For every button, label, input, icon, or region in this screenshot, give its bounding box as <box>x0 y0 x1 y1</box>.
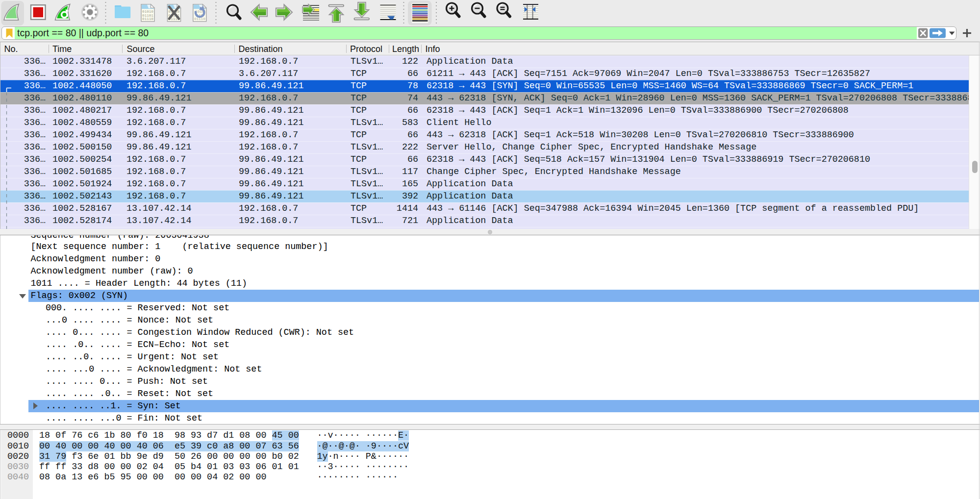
svg-text:01110: 01110 <box>194 17 205 21</box>
svg-text:01110: 01110 <box>142 17 153 21</box>
